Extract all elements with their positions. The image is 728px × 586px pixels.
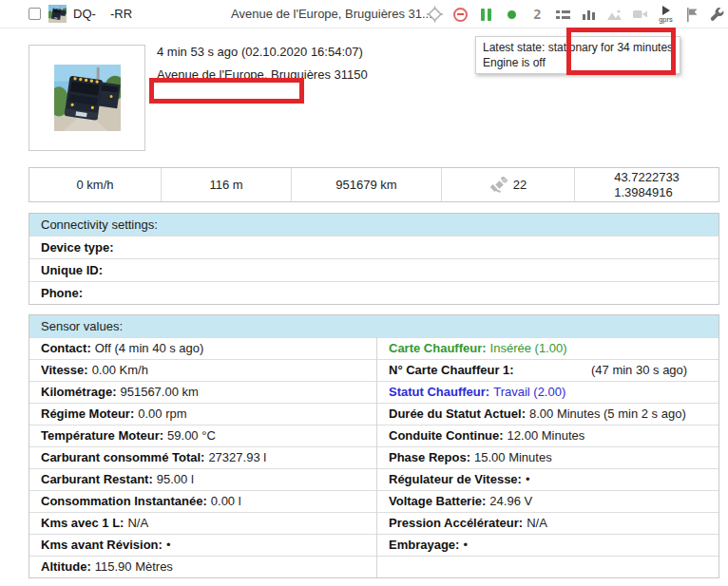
sensor-value: 115.90 Mètres <box>95 559 173 574</box>
video-icon <box>632 5 648 24</box>
sensor-label: Carburant consommé Total: <box>41 450 204 464</box>
track-icon[interactable]: 2 <box>529 5 546 24</box>
unit-checkbox[interactable] <box>29 8 41 20</box>
sensor-value: • <box>463 538 468 552</box>
sensor-value: Travail (2.00) <box>493 385 565 399</box>
sensor-value: 8.00 Minutes (5 min 2 s ago) <box>529 406 686 421</box>
unit-name-suffix[interactable]: -RR <box>110 7 132 21</box>
truck-photo-icon <box>48 5 67 23</box>
row-label: Phone: <box>41 286 83 300</box>
properties-list-icon[interactable] <box>555 5 571 24</box>
table-row: Kms avec 1 L:N/A <box>29 512 376 534</box>
sensor-label: N° Carte Chauffeur 1: <box>389 363 514 377</box>
sensor-label: Température Moteur: <box>41 428 163 443</box>
sensor-label: Carte Chauffeur: <box>389 341 487 355</box>
stat-speed: 0 km/h <box>29 168 161 201</box>
sensor-value: 27327.93 l <box>208 450 266 464</box>
sensor-value: 951567.00 km <box>120 385 198 399</box>
sensor-label: Embrayage: <box>389 538 459 552</box>
sensor-value: 0.00 l <box>211 494 241 508</box>
table-row: Température Moteur:59.00 °C <box>29 425 376 446</box>
sensor-label: Régime Moteur: <box>41 406 134 421</box>
sensor-label: Régulateur de Vitesse: <box>389 472 522 486</box>
annotation-box-redacted-name <box>149 78 304 104</box>
table-row: Régulateur de Vitesse:• <box>377 468 718 490</box>
no-entry-icon[interactable] <box>452 5 469 24</box>
sensor-label: Consommation Instantanée: <box>41 494 207 508</box>
wrench-icon[interactable] <box>709 5 725 24</box>
chart-icon[interactable] <box>581 5 597 24</box>
stat-mileage: 951679 km <box>291 168 441 201</box>
table-row: Régime Moteur:0.00 rpm <box>29 403 376 425</box>
stat-coordinates: 43.7222733 1.3984916 <box>574 168 718 201</box>
sensor-value: 0.00 Km/h <box>92 363 148 377</box>
last-message-time: 4 min 53 s ago (02.10.2020 16:54:07) <box>157 45 363 59</box>
sensor-value: 95.00 l <box>157 472 194 486</box>
connectivity-table: Connectivity settings: Device type: Uniq… <box>29 213 719 305</box>
table-row: Device type: <box>29 236 718 258</box>
table-row: N° Carte Chauffeur 1:(47 min 30 s ago) <box>377 359 718 381</box>
table-row: Durée du Statut Actuel:8.00 Minutes (5 m… <box>377 403 718 425</box>
gprs-label: gprs <box>659 16 673 24</box>
pause-icon[interactable] <box>478 5 494 24</box>
table-row: Carte Chauffeur:Insérée (1.00) <box>377 337 718 359</box>
sensor-value: 59.00 °C <box>167 428 216 443</box>
sensor-label: Contact: <box>41 341 91 355</box>
sensor-value: N/A <box>527 516 547 530</box>
unit-mini-photo[interactable] <box>48 5 67 23</box>
sensor-value: • <box>526 472 530 486</box>
connectivity-header: Connectivity settings: <box>29 214 718 236</box>
satellites-count: 22 <box>513 178 527 192</box>
table-row: Carburant consommé Total:27327.93 l <box>29 446 376 468</box>
table-row <box>377 556 718 577</box>
table-row: Voltage Batterie:24.96 V <box>377 490 718 512</box>
sensor-label: Pression Accélérateur: <box>389 516 523 530</box>
sensor-label: Kilométrage: <box>41 385 116 399</box>
sensor-value: Off (4 min 40 s ago) <box>95 341 204 355</box>
sensor-value: Insérée (1.00) <box>490 341 567 355</box>
sensor-value-timestamp: (47 min 30 s ago) <box>591 360 687 381</box>
table-row: Contact:Off (4 min 40 s ago) <box>29 337 376 359</box>
stats-strip: 0 km/h 116 m 951679 km 22 43.7222733 1.3… <box>29 167 719 202</box>
sensor-value: N/A <box>127 516 148 530</box>
sensor-label: Kms avec 1 L: <box>41 516 124 530</box>
unit-name[interactable]: DQ- <box>73 7 96 21</box>
table-row: Kms avant Révision:• <box>29 534 376 556</box>
row-label: Unique ID: <box>41 263 103 277</box>
table-row: Phone: <box>29 281 718 304</box>
sensor-value: • <box>166 538 171 552</box>
photo-icon <box>606 5 623 24</box>
sensor-label: Conduite Continue: <box>389 428 504 443</box>
sensor-value: 0.00 rpm <box>138 406 186 421</box>
connection-dot-icon <box>504 5 520 24</box>
sensor-label: Altitude: <box>41 559 91 574</box>
gprs-command-icon[interactable]: gprs <box>658 5 674 24</box>
locate-target-icon[interactable] <box>427 5 443 24</box>
unit-header-bar: DQ- -RR Avenue de l'Europe, Bruguières 3… <box>0 0 728 28</box>
table-row: Pression Accélérateur:N/A <box>377 512 718 534</box>
flag-icon[interactable] <box>683 5 699 24</box>
sensors-header: Sensor values: <box>29 315 718 337</box>
table-row: Conduite Continue:12.00 Minutes <box>377 425 718 446</box>
sensor-label: Durée du Statut Actuel: <box>389 406 526 421</box>
sensor-label: Vitesse: <box>41 363 88 377</box>
latitude: 43.7222733 <box>614 170 680 185</box>
sensor-label: Statut Chauffeur: <box>389 385 489 399</box>
table-row: Embrayage:• <box>377 534 718 556</box>
sensor-values-table: Sensor values: Contact:Off (4 min 40 s a… <box>29 314 719 578</box>
stat-satellites: 22 <box>441 168 574 201</box>
table-row: Unique ID: <box>29 258 718 281</box>
table-row: Statut Chauffeur:Travail (2.00) <box>377 381 718 403</box>
sensor-label: Kms avant Révision: <box>41 538 163 552</box>
table-row: Consommation Instantanée:0.00 l <box>29 490 376 512</box>
satellites-icon <box>489 177 508 193</box>
stat-altitude: 116 m <box>161 168 291 201</box>
annotation-box-state <box>566 28 676 75</box>
sensor-value: 24.96 V <box>489 494 532 508</box>
sensor-column-left: Contact:Off (4 min 40 s ago) Vitesse:0.0… <box>29 337 376 577</box>
table-row: Altitude:115.90 Mètres <box>29 556 376 577</box>
longitude: 1.3984916 <box>614 185 680 200</box>
sensor-label: Phase Repos: <box>389 450 470 464</box>
unit-photo[interactable] <box>29 45 145 151</box>
sensor-column-right: Carte Chauffeur:Insérée (1.00) N° Carte … <box>376 337 718 577</box>
